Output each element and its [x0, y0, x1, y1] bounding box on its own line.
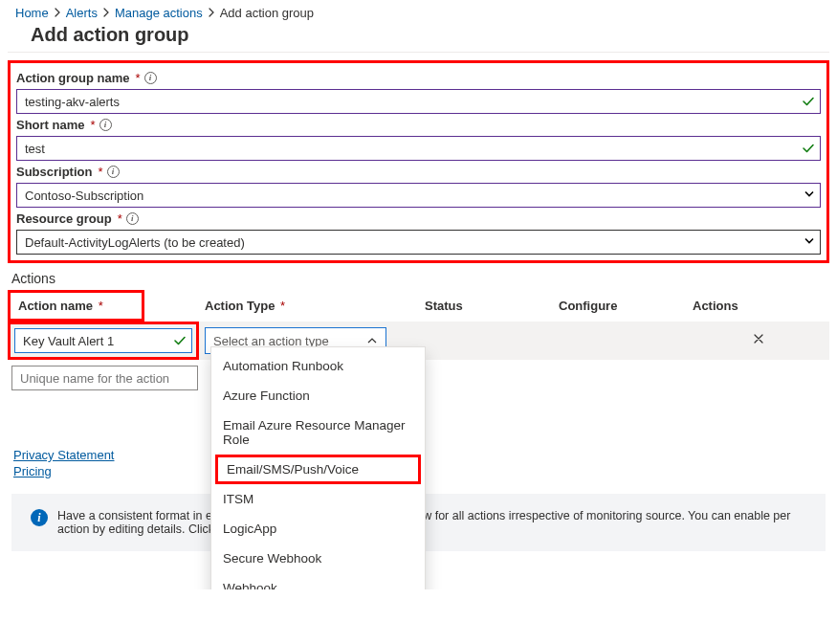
action-group-name-label: Action group name: [16, 71, 129, 85]
actions-table-header: Action name * Action Type * Status Confi…: [8, 290, 829, 322]
dropdown-item-itsm[interactable]: ITSM: [211, 484, 425, 514]
valid-check-icon: [802, 95, 815, 108]
subscription-label-row: Subscription * i: [16, 165, 821, 179]
action-name-cell: [8, 322, 199, 360]
configure-cell: [553, 337, 687, 344]
status-cell: [419, 337, 553, 344]
subscription-select[interactable]: Contoso-Subscription: [16, 183, 821, 208]
valid-check-icon: [802, 142, 815, 155]
action-group-name-input[interactable]: [16, 89, 821, 114]
action-name-callout: [8, 322, 199, 360]
dropdown-item-automation-runbook[interactable]: Automation Runbook: [211, 351, 425, 381]
required-mark: *: [91, 118, 96, 132]
status-header: Status: [419, 291, 553, 321]
actions-header-col: Actions: [687, 291, 829, 321]
resource-group-selected-value: Default-ActivityLogAlerts (to be created…: [25, 235, 245, 250]
required-mark: *: [118, 211, 122, 226]
required-mark: *: [98, 165, 102, 179]
dropdown-item-logicapp[interactable]: LogicApp: [211, 514, 425, 544]
breadcrumb-manage-actions[interactable]: Manage actions: [115, 6, 203, 20]
required-mark: *: [280, 299, 285, 313]
info-icon[interactable]: i: [144, 72, 157, 84]
form-callout: Action group name * i Short name * i Sub…: [8, 60, 829, 263]
breadcrumb-current: Add action group: [220, 6, 314, 20]
short-name-label: Short name: [16, 118, 85, 132]
action-type-header-label: Action Type: [205, 299, 275, 313]
short-name-label-row: Short name * i: [16, 118, 821, 132]
chevron-up-icon: [366, 335, 378, 346]
dropdown-item-secure-webhook[interactable]: Secure Webhook: [211, 544, 425, 573]
resource-group-select[interactable]: Default-ActivityLogAlerts (to be created…: [16, 230, 821, 255]
subscription-label: Subscription: [16, 165, 92, 179]
dropdown-item-email-sms-push-voice[interactable]: Email/SMS/Push/Voice: [215, 455, 421, 484]
resource-group-label-row: Resource group * i: [16, 211, 821, 226]
resource-group-label: Resource group: [16, 211, 112, 226]
divider: [8, 52, 829, 53]
info-icon[interactable]: i: [99, 119, 112, 131]
action-name-input-wrap: [14, 328, 192, 353]
action-name-input[interactable]: [14, 328, 192, 353]
breadcrumb: Home Alerts Manage actions Add action gr…: [8, 0, 829, 24]
action-name-placeholder-input[interactable]: [11, 366, 198, 390]
breadcrumb-separator: [209, 6, 214, 20]
actions-heading: Actions: [11, 271, 829, 286]
subscription-selected-value: Contoso-Subscription: [25, 189, 143, 203]
action-type-dropdown-panel: Automation Runbook Azure Function Email …: [210, 346, 426, 589]
remove-row-button[interactable]: [752, 332, 765, 348]
action-group-name-label-row: Action group name * i: [16, 71, 821, 85]
page-title: Add action group: [31, 24, 829, 46]
action-name-header-callout: Action name *: [8, 290, 144, 322]
breadcrumb-separator: [103, 6, 109, 20]
info-icon: i: [31, 509, 48, 526]
dropdown-item-azure-function[interactable]: Azure Function: [211, 381, 425, 411]
dropdown-item-email-arm-role[interactable]: Email Azure Resource Manager Role: [211, 411, 425, 455]
info-banner-text: Have a consistent format in email notifi…: [57, 509, 806, 536]
action-group-name-input-wrap: [16, 89, 821, 114]
breadcrumb-alerts[interactable]: Alerts: [66, 6, 98, 20]
info-icon[interactable]: i: [126, 212, 139, 225]
action-name-header-cell: Action name *: [8, 290, 199, 322]
dropdown-item-webhook[interactable]: Webhook: [211, 573, 425, 589]
resource-group-select-wrap: Default-ActivityLogAlerts (to be created…: [16, 230, 821, 255]
breadcrumb-separator: [55, 6, 60, 20]
required-mark: *: [99, 299, 103, 313]
action-type-header: Action Type *: [199, 291, 419, 321]
configure-header: Configure: [553, 291, 687, 321]
subscription-select-wrap: Contoso-Subscription: [16, 183, 821, 208]
short-name-input[interactable]: [16, 136, 821, 161]
required-mark: *: [135, 71, 140, 85]
valid-check-icon: [173, 334, 187, 347]
info-icon[interactable]: i: [107, 166, 120, 178]
row-actions-cell: [687, 328, 829, 353]
breadcrumb-home[interactable]: Home: [15, 6, 49, 20]
short-name-input-wrap: [16, 136, 821, 161]
action-name-header-label: Action name: [18, 299, 93, 313]
